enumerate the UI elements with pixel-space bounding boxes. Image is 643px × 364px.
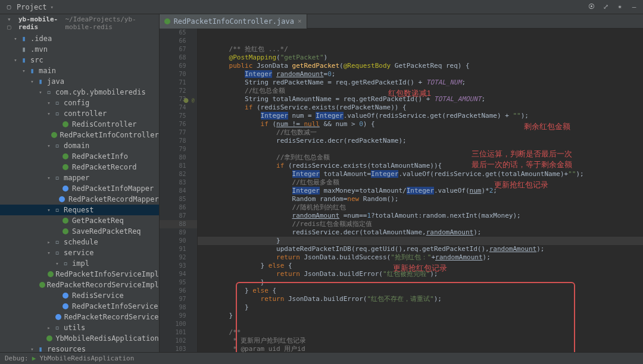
- tree-item[interactable]: ▾▫impl: [0, 258, 159, 269]
- editor-body[interactable]: 656667686970717273⬤ @7475767778798081828…: [160, 29, 643, 352]
- tree-item[interactable]: ▾▫com.cyb.ybmobileredis: [0, 87, 159, 98]
- tree-item[interactable]: SaveRedPacketReq: [0, 226, 159, 237]
- code-line[interactable]: }: [198, 278, 643, 287]
- project-tool-icon[interactable]: ▢: [5, 3, 13, 11]
- tree-item[interactable]: RedPacketRecord: [0, 162, 159, 172]
- gutter-line[interactable]: 91: [160, 245, 197, 253]
- gutter-line[interactable]: 72: [160, 87, 197, 95]
- code-line[interactable]: Integer maxMoney=totalAmount/Integer.val…: [198, 187, 643, 195]
- close-icon[interactable]: ×: [298, 17, 302, 25]
- gutter-line[interactable]: 86: [160, 203, 197, 212]
- settings-icon[interactable]: ✶: [616, 3, 624, 11]
- gutter-line[interactable]: 65: [160, 29, 197, 37]
- project-name[interactable]: yb-mobile-redis: [18, 15, 63, 31]
- tree-item[interactable]: ▾▫mapper: [0, 172, 159, 183]
- gutter-line[interactable]: 99: [160, 312, 197, 320]
- tree-item[interactable]: RedPacketInfo: [0, 151, 159, 162]
- gutter-line[interactable]: 85: [160, 195, 197, 203]
- tree-arrow-icon[interactable]: ▾: [45, 111, 52, 117]
- tree-item[interactable]: ▾▮.idea: [0, 33, 159, 44]
- tree-item[interactable]: RedPacketRecordMapper: [0, 194, 159, 205]
- tree-arrow-icon[interactable]: ▸: [45, 325, 52, 331]
- code-line[interactable]: public JsonData getRedPacket(@RequestBod…: [198, 62, 643, 70]
- chevron-down-icon[interactable]: ▾: [51, 4, 54, 10]
- tree-item[interactable]: RedisController: [0, 119, 159, 130]
- code-line[interactable]: updateRedPacketInDB(req.getUid(),req.get…: [198, 245, 643, 253]
- gutter-line[interactable]: 69: [160, 62, 197, 70]
- minimize-icon[interactable]: —: [630, 3, 638, 11]
- tree-arrow-icon[interactable]: ▾: [37, 89, 44, 95]
- code-line[interactable]: String redPacketName = req.getRedPacketI…: [198, 79, 643, 87]
- code-line[interactable]: //redis红包金额减指定值: [198, 220, 643, 228]
- gutter-line[interactable]: 83: [160, 178, 197, 187]
- gutter-line[interactable]: 71: [160, 79, 197, 87]
- gutter-line[interactable]: 96: [160, 287, 197, 295]
- code-line[interactable]: * 更新用户抢到红包记录: [198, 337, 643, 345]
- tree-item[interactable]: ▸▫utils: [0, 322, 159, 333]
- code-line[interactable]: }: [198, 303, 643, 312]
- code[interactable]: /** 抢红包 ...*/ @PostMapping("getPacket") …: [198, 29, 643, 352]
- gutter-line[interactable]: 88: [160, 220, 197, 228]
- tree-item[interactable]: RedPacketInfoMapper: [0, 183, 159, 194]
- gutter-line[interactable]: 77: [160, 128, 197, 137]
- gutter-line[interactable]: 73⬤ @: [160, 95, 197, 103]
- code-line[interactable]: redisService.decr(totalAmountName,random…: [198, 228, 643, 237]
- tree-arrow-icon[interactable]: ▸: [45, 239, 52, 245]
- tree-item[interactable]: RedisService: [0, 290, 159, 301]
- tree-item[interactable]: ▸▫schedule: [0, 237, 159, 247]
- gutter-line[interactable]: 66: [160, 37, 197, 45]
- tree-arrow-icon[interactable]: ▾: [45, 250, 52, 256]
- gutter-line[interactable]: 68: [160, 54, 197, 62]
- code-line[interactable]: } else {: [198, 287, 643, 295]
- gutter-line[interactable]: 67: [160, 45, 197, 54]
- tree-item[interactable]: ▾▫config: [0, 98, 159, 108]
- tree-item[interactable]: ▾▫controller: [0, 108, 159, 119]
- tree-item[interactable]: ▮.mvn: [0, 44, 159, 55]
- tree-item[interactable]: RedPacketInfoController: [0, 130, 159, 140]
- code-line[interactable]: @PostMapping("getPacket"): [198, 54, 643, 62]
- gutter-line[interactable]: 74: [160, 103, 197, 112]
- tree-item[interactable]: ▾▮src: [0, 55, 159, 65]
- code-line[interactable]: //红包最多金额: [198, 178, 643, 187]
- code-line[interactable]: randomAmount =num==1?totalAmount:random.…: [198, 212, 643, 220]
- tree-arrow-icon[interactable]: ▾: [20, 68, 27, 74]
- tree-item[interactable]: RedPacketInfoServiceImpl: [0, 269, 159, 280]
- tree-arrow-icon[interactable]: ▾: [29, 79, 36, 84]
- tree-item[interactable]: RedPacketRecordServiceImpl: [0, 280, 159, 290]
- gutter-line[interactable]: 101: [160, 328, 197, 337]
- code-line[interactable]: return JsonData.buildSuccess("抢到红包："+ran…: [198, 253, 643, 262]
- target-icon[interactable]: ⦿: [587, 3, 595, 11]
- tree-item[interactable]: ▾▮resources: [0, 344, 159, 352]
- gutter-line[interactable]: 103: [160, 345, 197, 352]
- tree-arrow-icon[interactable]: ▾: [54, 261, 61, 266]
- gutter-line[interactable]: 95: [160, 278, 197, 287]
- gutter-line[interactable]: 93: [160, 262, 197, 270]
- code-line[interactable]: Integer randomAmount=0;: [198, 70, 643, 79]
- gutter-line[interactable]: 80: [160, 153, 197, 162]
- gutter-line[interactable]: 70: [160, 70, 197, 79]
- tree-item[interactable]: RedPacketRecordService: [0, 312, 159, 322]
- gutter-line[interactable]: 90: [160, 237, 197, 245]
- gutter-line[interactable]: 75: [160, 112, 197, 120]
- code-line[interactable]: [198, 145, 643, 153]
- code-line[interactable]: }: [198, 312, 643, 320]
- code-line[interactable]: if (num != null && num > 0) {: [198, 120, 643, 128]
- code-line[interactable]: Integer totalAmount=Integer.valueOf(redi…: [198, 170, 643, 178]
- code-line[interactable]: }: [198, 237, 643, 245]
- tree-item[interactable]: ▾▫service: [0, 247, 159, 258]
- gutter-line[interactable]: 84: [160, 187, 197, 195]
- file-tree[interactable]: ▾▮.idea▮.mvn▾▮src▾▮main▾▮java▾▫com.cyb.y…: [0, 33, 159, 352]
- tree-item[interactable]: ▾▫domain: [0, 140, 159, 151]
- gutter-line[interactable]: 82: [160, 170, 197, 178]
- code-line[interactable]: if (redisService.exists(redPacketName)) …: [198, 103, 643, 112]
- code-line[interactable]: if (redisService.exists(totalAmountName)…: [198, 162, 643, 170]
- project-label[interactable]: Project: [17, 3, 47, 11]
- code-line[interactable]: /**: [198, 328, 643, 337]
- tree-arrow-icon[interactable]: ▾: [29, 346, 36, 352]
- tree-arrow-icon[interactable]: ▾: [12, 36, 19, 42]
- debug-bar[interactable]: Debug: ▶ YbMobileRedisApplication: [0, 352, 643, 364]
- gutter-line[interactable]: 94: [160, 270, 197, 278]
- code-line[interactable]: [198, 320, 643, 328]
- gutter-line[interactable]: 98: [160, 303, 197, 312]
- gutter-line[interactable]: 100: [160, 320, 197, 328]
